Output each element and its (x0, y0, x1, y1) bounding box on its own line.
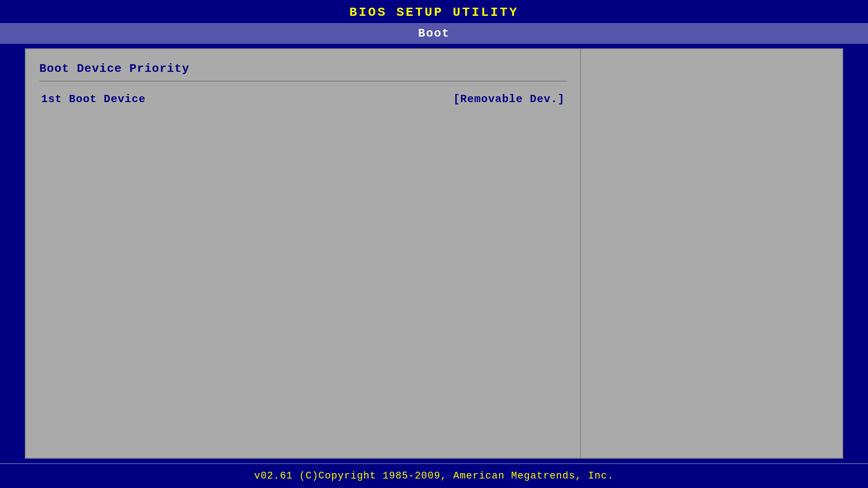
right-panel (581, 49, 842, 458)
boot-device-2[interactable] (39, 111, 566, 113)
bios-screen: BIOS SETUP UTILITY Boot Boot Device Prio… (0, 0, 868, 488)
bios-title: BIOS SETUP UTILITY (349, 5, 519, 19)
boot-device-1-label: 1st Boot Device (41, 93, 146, 105)
footer-text: v02.61 (C)Copyright 1985-2009, American … (254, 470, 613, 482)
footer: v02.61 (C)Copyright 1985-2009, American … (0, 463, 868, 488)
boot-device-3[interactable] (39, 117, 566, 119)
main-content: Boot Device Priority 1st Boot Device [Re… (25, 48, 843, 459)
divider (39, 81, 566, 81)
title-bar: BIOS SETUP UTILITY (0, 0, 868, 23)
active-tab: Boot (418, 27, 450, 40)
left-panel: Boot Device Priority 1st Boot Device [Re… (26, 49, 581, 458)
boot-device-1[interactable]: 1st Boot Device [Removable Dev.] (39, 92, 566, 106)
boot-device-1-value: [Removable Dev.] (453, 93, 565, 105)
keybindings (594, 89, 829, 107)
tab-bar: Boot (0, 23, 868, 44)
section-title: Boot Device Priority (39, 62, 566, 75)
